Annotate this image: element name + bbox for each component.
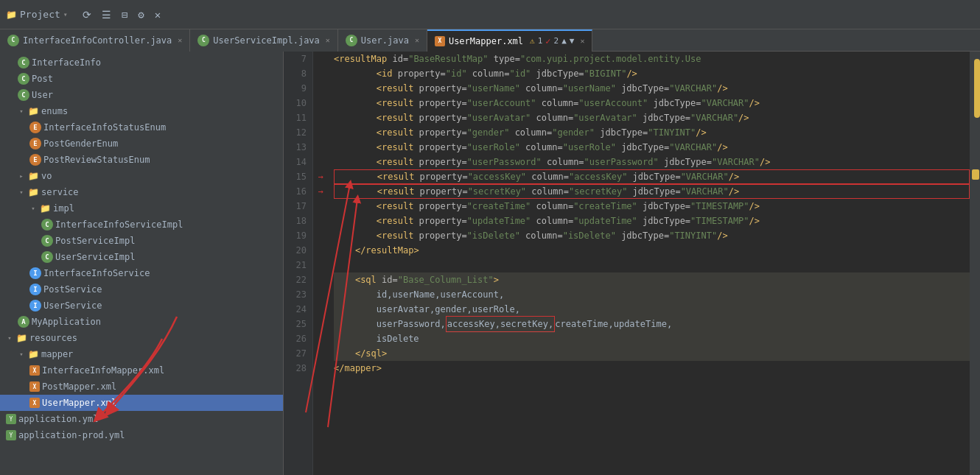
chevron-icon: ▾ [29,205,37,212]
sidebar-item-vo[interactable]: ▸ 📁 vo [0,168,283,184]
sidebar-item-mapper[interactable]: ▾ 📁 mapper [0,346,283,362]
code-line-15: <result property="accessKey" column="acc… [334,169,970,184]
code-token: jdbcType= [637,214,690,228]
tab-interface-info-controller[interactable]: C InterfaceInfoController.java ✕ [0,29,190,52]
gutter-line [313,110,328,125]
icon-c: C [18,57,29,68]
code-text[interactable]: <resultMap id="BaseResultMap" type="com.… [328,52,970,475]
code-token: property= [419,214,467,228]
tab-user-service-impl[interactable]: C UserServiceImpl.java ✕ [190,29,338,52]
sidebar-label: application.yml [18,414,98,424]
sidebar-item-post-service[interactable]: I PostService [0,281,283,298]
code-token: "VARCHAR" [681,169,729,184]
code-token: property= [419,110,467,125]
settings-icon[interactable]: ⚙ [135,7,147,22]
sidebar-item-user-service[interactable]: I UserService [0,298,283,314]
code-line-27: </sql> [334,346,970,361]
code-token: property= [419,125,467,140]
sidebar-item-impl[interactable]: ▾ 📁 impl [0,200,283,217]
toolbar-actions: ⟳ ☰ ⊟ ⚙ ✕ [80,7,164,22]
scrollbar-thumb[interactable] [974,59,980,118]
list-icon[interactable]: ☰ [99,7,114,22]
code-line-24: userAvatar,gender,userRole, [334,302,970,317]
tab-user-mapper-xml[interactable]: X UserMapper.xml ⚠ 1 ✓ 2 ▲ ▼ ✕ [427,29,593,52]
folder-icon: 📁 [15,333,27,343]
code-token: jdbcType= [659,155,712,169]
sidebar-item-interface-info-service[interactable]: I InterfaceInfoService [0,265,283,281]
tab-close-btn[interactable]: ✕ [178,36,182,44]
code-indent [334,199,377,214]
sidebar-label: impl [53,203,74,214]
tab-label-4: UserMapper.xml [449,36,523,46]
tab-close-btn-2[interactable]: ✕ [326,36,330,44]
sidebar-item-my-application[interactable]: A MyApplication [0,314,283,330]
tab-icon-c3: C [346,35,357,46]
icon-c: C [41,219,53,231]
code-token: "id" [446,66,467,81]
tab-user-java[interactable]: C User.java ✕ [338,29,427,52]
sidebar-label: InterfaceInfoService [43,268,150,278]
code-token: "isDelete" [467,228,520,243]
code-line-13: <result property="userRole" column="user… [334,140,970,155]
tab-close-btn-3[interactable]: ✕ [415,36,419,44]
close-icon[interactable]: ✕ [152,7,164,22]
icon-c: C [18,73,29,85]
code-line-9: <result property="userName" column="user… [334,81,970,96]
code-token: "userAccount" [578,96,648,110]
sidebar-item-resources[interactable]: ▾ 📁 resources [0,330,283,346]
code-line-16: <result property="secretKey" column="sec… [334,184,970,199]
sidebar-label: application-prod.yml [18,430,125,440]
code-token: "userPassword" [584,155,659,169]
sidebar-item-post-review-status-enum[interactable]: E PostReviewStatusEnum [0,152,283,168]
code-indent [334,155,377,169]
sidebar-item-post-service-impl[interactable]: C PostServiceImpl [0,233,283,249]
sidebar-item-user-mapper-xml[interactable]: X UserMapper.xml [0,395,283,411]
code-token: "gender" [552,125,595,140]
collapse-icon[interactable]: ⊟ [119,7,130,22]
code-token: <result [377,125,419,140]
code-token: "userAvatar" [467,110,531,125]
chevron-icon: ▾ [6,334,13,342]
code-token: "VARCHAR" [690,110,738,125]
icon-app: A [18,316,29,328]
project-label[interactable]: 📁 Project ▾ [6,9,68,20]
sidebar-item-application-yml[interactable]: Y application.yml [0,411,283,427]
code-token: jdbcType= [616,140,669,155]
sidebar-label: PostMapper.xml [42,381,116,392]
code-token: > [494,272,499,287]
code-token: /> [760,155,770,169]
sidebar-item-post-mapper-xml[interactable]: X PostMapper.xml [0,379,283,395]
code-token: /> [749,199,760,214]
code-token: jdbcType= [627,169,680,184]
sync-icon[interactable]: ⟳ [80,7,94,22]
sidebar-label: PostServiceImpl [55,236,135,246]
tab-close-btn-4[interactable]: ✕ [580,37,584,45]
code-editor[interactable]: 7 8 9 10 11 12 13 14 15 16 17 18 19 20 2… [284,52,980,475]
sidebar-item-interface-info-mapper-xml[interactable]: X InterfaceInfoMapper.xml [0,362,283,379]
sidebar-item-interface-info[interactable]: C InterfaceInfo [0,54,283,71]
folder-icon: 📁 [27,106,39,116]
code-token: id,userName,userAccount, [377,287,504,302]
sidebar-label: InterfaceInfoServiceImpl [55,219,183,230]
code-token: /> [738,110,749,125]
sidebar-item-enums[interactable]: ▾ 📁 enums [0,103,283,119]
sidebar-item-interface-info-service-impl[interactable]: C InterfaceInfoServiceImpl [0,217,283,233]
code-line-10: <result property="userAccount" column="u… [334,96,970,110]
sidebar-item-service[interactable]: ▾ 📁 service [0,184,283,200]
code-line-19: <result property="isDelete" column="isDe… [334,228,970,243]
sidebar-item-user[interactable]: C User [0,87,283,103]
code-line-20: </resultMap> [334,243,970,258]
sidebar-label: resources [29,333,77,343]
sidebar-item-post[interactable]: C Post [0,71,283,87]
code-token: "TINYINT" [648,125,696,140]
nav-up[interactable]: ▲ [561,36,567,46]
sidebar-item-user-service-impl[interactable]: C UserServiceImpl [0,249,283,265]
icon-i: I [29,284,41,295]
sidebar-item-interface-info-status-enum[interactable]: E InterfaceInfoStatusEnum [0,119,283,136]
code-token: "userRole" [563,140,616,155]
sidebar-item-post-gender-enum[interactable]: E PostGenderEnum [0,136,283,152]
sidebar-item-application-prod-yml[interactable]: Y application-prod.yml [0,427,283,443]
project-sidebar: C InterfaceInfo C Post C User ▾ 📁 enums … [0,52,284,475]
sidebar-label: service [41,187,79,197]
nav-down[interactable]: ▼ [570,36,575,46]
